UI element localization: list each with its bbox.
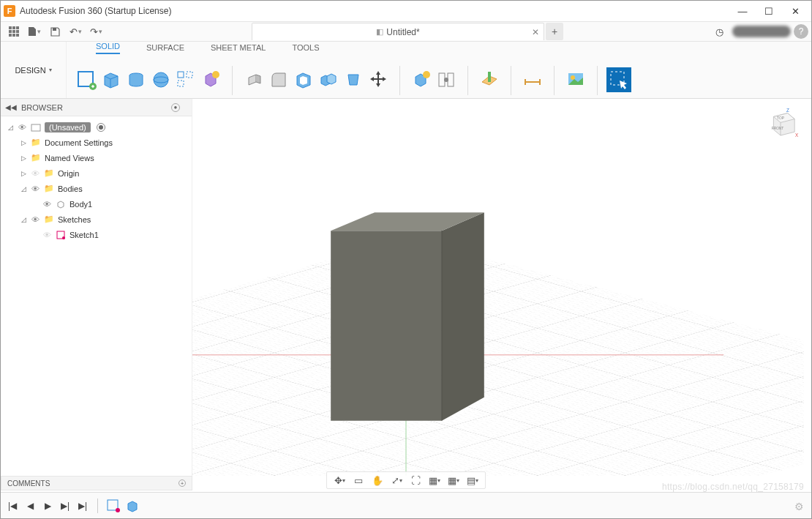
svg-rect-0	[9, 26, 12, 29]
svg-point-18	[212, 71, 219, 78]
timeline-settings-button[interactable]: ⚙	[794, 501, 804, 512]
user-badge[interactable]	[732, 26, 791, 37]
draft-button[interactable]	[341, 67, 366, 92]
app-icon: F	[4, 5, 15, 17]
browser-title: BROWSER	[21, 103, 63, 112]
timeline-extrude-feature[interactable]	[124, 498, 140, 514]
nav-toolbar: ✥▾ ▭ ✋ ⤢▾ ⛶ ▦▾ ▦▾ ▤▾	[326, 471, 486, 489]
svg-rect-1	[12, 26, 15, 29]
select-button[interactable]	[606, 67, 631, 92]
tab-sheet-metal[interactable]: SHEET METAL	[211, 43, 266, 54]
svg-point-22	[444, 78, 448, 82]
tree-document-settings[interactable]: ▷📁Document Settings	[1, 135, 192, 150]
timeline: |◀ ◀ ▶ ▶| ▶|	[1, 492, 811, 518]
move-button[interactable]	[366, 67, 391, 92]
display-settings-button[interactable]: ▦▾	[426, 473, 443, 488]
help-button[interactable]: ?	[794, 24, 808, 39]
grid-settings-button[interactable]: ▦▾	[446, 473, 462, 488]
watermark: https://blog.csdn.net/qq_27158179	[662, 482, 804, 492]
timeline-play-button[interactable]: ▶	[40, 499, 55, 513]
comments-panel[interactable]: COMMENTS +	[1, 476, 192, 490]
box-button[interactable]	[99, 67, 124, 92]
viewport-layout-button[interactable]: ▤▾	[465, 473, 481, 488]
svg-point-19	[423, 71, 430, 78]
browser-settings-icon[interactable]: ●	[171, 103, 180, 112]
svg-marker-34	[331, 231, 442, 421]
orbit-button[interactable]: ✥▾	[331, 473, 347, 488]
cube-icon: ◧	[376, 27, 383, 37]
svg-rect-15	[178, 72, 184, 78]
close-button[interactable]: ✕	[782, 1, 808, 21]
pan-button[interactable]: ✋	[369, 473, 386, 488]
cylinder-button[interactable]	[124, 67, 149, 92]
workspace-switcher[interactable]: DESIGN▾	[1, 42, 67, 98]
job-status-button[interactable]: ◷	[709, 23, 729, 40]
construct-plane-button[interactable]	[477, 67, 502, 92]
press-pull-button[interactable]	[241, 67, 266, 92]
activate-radio[interactable]	[97, 123, 105, 132]
timeline-end-button[interactable]: ▶|	[75, 499, 90, 513]
tree-sketches[interactable]: ◿👁📁Sketches	[1, 212, 192, 227]
combine-button[interactable]	[316, 67, 341, 92]
svg-rect-8	[16, 34, 19, 37]
tree-root[interactable]: ◿👁 (Unsaved)	[1, 119, 192, 135]
tab-close-button[interactable]: ✕	[532, 27, 539, 37]
fillet-button[interactable]	[266, 67, 291, 92]
create-sketch-button[interactable]	[74, 67, 99, 92]
sphere-button[interactable]	[149, 67, 173, 92]
tree-origin[interactable]: ▷👁📁Origin	[1, 165, 192, 181]
browser-panel: ◀◀ BROWSER ● ◿👁 (Unsaved) ▷📁Document Set…	[1, 99, 192, 476]
look-at-button[interactable]: ▭	[350, 473, 366, 488]
add-tab-button[interactable]: +	[546, 23, 563, 40]
save-button[interactable]	[45, 23, 65, 40]
redo-button[interactable]: ↷▾	[86, 23, 106, 40]
tree-bodies[interactable]: ◿👁📁Bodies	[1, 181, 192, 196]
svg-rect-4	[12, 30, 15, 33]
shell-button[interactable]	[291, 67, 316, 92]
svg-rect-6	[9, 34, 12, 37]
document-tab[interactable]: ◧ Untitled* ✕	[252, 23, 544, 40]
timeline-prev-button[interactable]: ◀	[23, 499, 37, 513]
undo-button[interactable]: ↶▾	[65, 23, 86, 40]
svg-rect-23	[488, 72, 491, 82]
svg-text:Z: Z	[786, 108, 789, 113]
joint-button[interactable]	[434, 67, 459, 92]
pattern-button[interactable]	[173, 67, 198, 92]
svg-point-29	[62, 236, 65, 239]
fit-button[interactable]: ⛶	[407, 473, 424, 488]
minimize-button[interactable]: —	[729, 1, 756, 21]
maximize-button[interactable]: ☐	[756, 1, 782, 21]
insert-button[interactable]	[563, 67, 588, 92]
derive-button[interactable]	[198, 67, 223, 92]
data-panel-button[interactable]	[4, 23, 24, 40]
body1-geometry	[331, 212, 484, 420]
tree-body1[interactable]: 👁 Body1	[1, 196, 192, 212]
measure-button[interactable]	[520, 67, 545, 92]
timeline-next-button[interactable]: ▶|	[58, 499, 72, 513]
document-tab-title: Untitled*	[386, 27, 419, 37]
tree-named-views[interactable]: ▷📁Named Views	[1, 150, 192, 165]
browser-header[interactable]: ◀◀ BROWSER ●	[1, 99, 192, 116]
tab-tools[interactable]: TOOLS	[292, 43, 319, 54]
zoom-button[interactable]: ⤢▾	[388, 473, 405, 488]
svg-text:TOP: TOP	[777, 116, 784, 120]
tab-surface[interactable]: SURFACE	[146, 43, 184, 54]
tab-solid[interactable]: SOLID	[96, 42, 120, 54]
file-menu-button[interactable]: ▾	[24, 23, 45, 40]
view-cube[interactable]: Z X TOP FRONT	[763, 106, 798, 141]
timeline-start-button[interactable]: |◀	[5, 499, 20, 513]
ribbon: DESIGN▾ SOLID SURFACE SHEET METAL TOOLS …	[1, 42, 811, 99]
svg-text:X: X	[795, 132, 798, 138]
svg-rect-27	[31, 124, 40, 131]
svg-rect-17	[178, 81, 184, 86]
tree-sketch1[interactable]: 👁 Sketch1	[1, 227, 192, 242]
new-component-button[interactable]	[409, 67, 434, 92]
svg-rect-20	[439, 73, 445, 86]
window-title: Autodesk Fusion 360 (Startup License)	[20, 6, 729, 16]
svg-rect-21	[448, 73, 454, 86]
svg-rect-9	[53, 28, 56, 31]
svg-rect-3	[9, 30, 12, 33]
timeline-sketch-feature[interactable]	[105, 498, 121, 514]
titlebar: F Autodesk Fusion 360 (Startup License) …	[1, 1, 811, 21]
comments-add-icon[interactable]: +	[178, 479, 186, 487]
